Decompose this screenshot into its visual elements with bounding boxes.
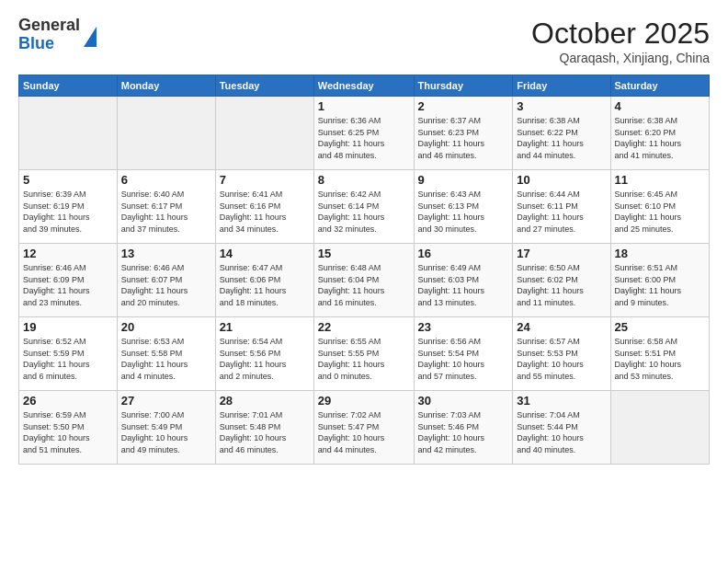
day-info: Sunrise: 6:50 AM Sunset: 6:02 PM Dayligh…	[517, 262, 606, 308]
day-number: 16	[418, 247, 509, 260]
day-number: 9	[418, 173, 509, 187]
header-sunday: Sunday	[19, 75, 118, 97]
calendar-cell: 1Sunrise: 6:36 AM Sunset: 6:25 PM Daylig…	[313, 97, 414, 170]
calendar-body: 1Sunrise: 6:36 AM Sunset: 6:25 PM Daylig…	[19, 97, 710, 465]
calendar-cell: 9Sunrise: 6:43 AM Sunset: 6:13 PM Daylig…	[414, 170, 513, 244]
calendar-cell: 11Sunrise: 6:45 AM Sunset: 6:10 PM Dayli…	[610, 170, 709, 244]
calendar-cell	[19, 97, 118, 170]
day-info: Sunrise: 6:42 AM Sunset: 6:14 PM Dayligh…	[318, 189, 410, 235]
calendar-cell: 26Sunrise: 6:59 AM Sunset: 5:50 PM Dayli…	[19, 391, 118, 465]
calendar-week-2: 5Sunrise: 6:39 AM Sunset: 6:19 PM Daylig…	[19, 170, 710, 244]
day-info: Sunrise: 6:56 AM Sunset: 5:54 PM Dayligh…	[418, 336, 509, 382]
calendar-cell: 10Sunrise: 6:44 AM Sunset: 6:11 PM Dayli…	[513, 170, 610, 244]
month-title: October 2025	[531, 17, 710, 51]
calendar: Sunday Monday Tuesday Wednesday Thursday…	[18, 75, 710, 465]
day-number: 10	[517, 173, 606, 187]
day-info: Sunrise: 6:39 AM Sunset: 6:19 PM Dayligh…	[23, 189, 113, 235]
day-number: 19	[23, 320, 113, 334]
calendar-cell: 5Sunrise: 6:39 AM Sunset: 6:19 PM Daylig…	[19, 170, 118, 244]
header-saturday: Saturday	[610, 75, 709, 97]
header-friday: Friday	[513, 75, 610, 97]
day-info: Sunrise: 6:40 AM Sunset: 6:17 PM Dayligh…	[121, 189, 211, 235]
logo-general: General	[18, 17, 80, 35]
day-number: 24	[517, 320, 606, 334]
day-number: 31	[517, 394, 606, 408]
day-number: 27	[121, 394, 211, 408]
calendar-cell: 17Sunrise: 6:50 AM Sunset: 6:02 PM Dayli…	[513, 244, 610, 317]
day-number: 29	[318, 394, 410, 408]
calendar-cell: 24Sunrise: 6:57 AM Sunset: 5:53 PM Dayli…	[513, 317, 610, 391]
day-number: 22	[318, 320, 410, 334]
calendar-cell: 27Sunrise: 7:00 AM Sunset: 5:49 PM Dayli…	[117, 391, 215, 465]
calendar-cell: 6Sunrise: 6:40 AM Sunset: 6:17 PM Daylig…	[117, 170, 215, 244]
day-number: 1	[318, 99, 410, 113]
calendar-cell: 25Sunrise: 6:58 AM Sunset: 5:51 PM Dayli…	[610, 317, 709, 391]
logo-triangle-icon	[84, 27, 97, 47]
calendar-cell: 16Sunrise: 6:49 AM Sunset: 6:03 PM Dayli…	[414, 244, 513, 317]
day-number: 20	[121, 320, 211, 334]
calendar-cell: 14Sunrise: 6:47 AM Sunset: 6:06 PM Dayli…	[215, 244, 313, 317]
calendar-cell: 12Sunrise: 6:46 AM Sunset: 6:09 PM Dayli…	[19, 244, 118, 317]
day-info: Sunrise: 6:45 AM Sunset: 6:10 PM Dayligh…	[615, 189, 705, 235]
day-info: Sunrise: 7:00 AM Sunset: 5:49 PM Dayligh…	[121, 409, 211, 455]
calendar-week-1: 1Sunrise: 6:36 AM Sunset: 6:25 PM Daylig…	[19, 97, 710, 170]
logo: General Blue	[18, 17, 97, 53]
day-info: Sunrise: 6:54 AM Sunset: 5:56 PM Dayligh…	[220, 336, 310, 382]
day-info: Sunrise: 6:55 AM Sunset: 5:55 PM Dayligh…	[318, 336, 410, 382]
day-number: 21	[220, 320, 310, 334]
day-info: Sunrise: 6:41 AM Sunset: 6:16 PM Dayligh…	[220, 189, 310, 235]
day-number: 30	[418, 394, 509, 408]
day-info: Sunrise: 7:01 AM Sunset: 5:48 PM Dayligh…	[220, 409, 310, 455]
day-number: 26	[23, 394, 113, 408]
calendar-cell: 7Sunrise: 6:41 AM Sunset: 6:16 PM Daylig…	[215, 170, 313, 244]
header-wednesday: Wednesday	[313, 75, 414, 97]
logo-blue: Blue	[18, 35, 80, 53]
calendar-cell: 30Sunrise: 7:03 AM Sunset: 5:46 PM Dayli…	[414, 391, 513, 465]
day-info: Sunrise: 7:04 AM Sunset: 5:44 PM Dayligh…	[517, 409, 606, 455]
calendar-week-5: 26Sunrise: 6:59 AM Sunset: 5:50 PM Dayli…	[19, 391, 710, 465]
day-number: 25	[615, 320, 705, 334]
calendar-cell: 8Sunrise: 6:42 AM Sunset: 6:14 PM Daylig…	[313, 170, 414, 244]
day-number: 11	[615, 173, 705, 187]
day-info: Sunrise: 6:59 AM Sunset: 5:50 PM Dayligh…	[23, 409, 113, 455]
calendar-cell: 18Sunrise: 6:51 AM Sunset: 6:00 PM Dayli…	[610, 244, 709, 317]
calendar-cell: 2Sunrise: 6:37 AM Sunset: 6:23 PM Daylig…	[414, 97, 513, 170]
day-info: Sunrise: 7:02 AM Sunset: 5:47 PM Dayligh…	[318, 409, 410, 455]
day-info: Sunrise: 6:46 AM Sunset: 6:09 PM Dayligh…	[23, 262, 113, 308]
day-number: 7	[220, 173, 310, 187]
day-number: 6	[121, 173, 211, 187]
calendar-cell: 4Sunrise: 6:38 AM Sunset: 6:20 PM Daylig…	[610, 97, 709, 170]
day-number: 3	[517, 99, 606, 113]
day-number: 2	[418, 99, 509, 113]
day-number: 13	[121, 247, 211, 260]
calendar-cell: 22Sunrise: 6:55 AM Sunset: 5:55 PM Dayli…	[313, 317, 414, 391]
day-info: Sunrise: 6:52 AM Sunset: 5:59 PM Dayligh…	[23, 336, 113, 382]
calendar-cell: 13Sunrise: 6:46 AM Sunset: 6:07 PM Dayli…	[117, 244, 215, 317]
calendar-cell: 28Sunrise: 7:01 AM Sunset: 5:48 PM Dayli…	[215, 391, 313, 465]
day-number: 15	[318, 247, 410, 260]
calendar-header: Sunday Monday Tuesday Wednesday Thursday…	[19, 75, 710, 97]
location: Qaraqash, Xinjiang, China	[531, 51, 710, 65]
day-info: Sunrise: 6:51 AM Sunset: 6:00 PM Dayligh…	[615, 262, 705, 308]
day-info: Sunrise: 6:49 AM Sunset: 6:03 PM Dayligh…	[418, 262, 509, 308]
header: General Blue October 2025 Qaraqash, Xinj…	[18, 17, 710, 65]
calendar-cell: 21Sunrise: 6:54 AM Sunset: 5:56 PM Dayli…	[215, 317, 313, 391]
calendar-cell: 3Sunrise: 6:38 AM Sunset: 6:22 PM Daylig…	[513, 97, 610, 170]
day-number: 8	[318, 173, 410, 187]
day-number: 23	[418, 320, 509, 334]
calendar-cell: 20Sunrise: 6:53 AM Sunset: 5:58 PM Dayli…	[117, 317, 215, 391]
day-info: Sunrise: 6:48 AM Sunset: 6:04 PM Dayligh…	[318, 262, 410, 308]
day-info: Sunrise: 6:37 AM Sunset: 6:23 PM Dayligh…	[418, 115, 509, 161]
header-thursday: Thursday	[414, 75, 513, 97]
title-block: October 2025 Qaraqash, Xinjiang, China	[531, 17, 710, 65]
day-info: Sunrise: 7:03 AM Sunset: 5:46 PM Dayligh…	[418, 409, 509, 455]
page: General Blue October 2025 Qaraqash, Xinj…	[0, 0, 728, 563]
calendar-cell: 29Sunrise: 7:02 AM Sunset: 5:47 PM Dayli…	[313, 391, 414, 465]
day-info: Sunrise: 6:38 AM Sunset: 6:20 PM Dayligh…	[615, 115, 705, 161]
day-number: 12	[23, 247, 113, 260]
day-info: Sunrise: 6:46 AM Sunset: 6:07 PM Dayligh…	[121, 262, 211, 308]
calendar-cell: 19Sunrise: 6:52 AM Sunset: 5:59 PM Dayli…	[19, 317, 118, 391]
day-info: Sunrise: 6:38 AM Sunset: 6:22 PM Dayligh…	[517, 115, 606, 161]
day-number: 28	[220, 394, 310, 408]
logo-text: General Blue	[18, 17, 80, 53]
